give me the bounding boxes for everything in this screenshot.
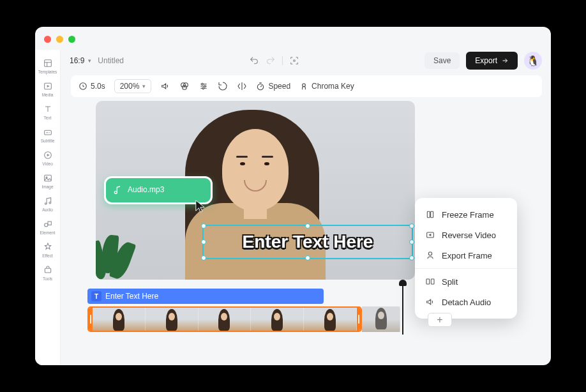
svg-point-23 (183, 86, 187, 90)
resize-handle[interactable] (201, 239, 206, 245)
sidebar-item-text[interactable]: Text (35, 101, 61, 124)
sidebar-item-media[interactable]: Media (35, 78, 61, 101)
topbar: 16:9 ▾ Untitled Save Export 🐧 (61, 50, 551, 72)
plant-decoration (96, 203, 147, 280)
svg-rect-34 (431, 211, 433, 217)
redo-icon[interactable] (266, 56, 276, 66)
sidebar-item-effect[interactable]: Effect (35, 239, 61, 262)
resize-handle[interactable] (409, 223, 414, 229)
music-note-icon (112, 185, 123, 195)
svg-marker-36 (428, 234, 431, 236)
resize-handle[interactable] (409, 255, 414, 260)
aspect-ratio-select[interactable]: 16:9 ▾ (70, 56, 91, 65)
sidebar-item-image[interactable]: Image (35, 170, 61, 193)
zoom-select[interactable]: 200% ▾ (114, 79, 152, 93)
svg-point-28 (204, 86, 206, 87)
svg-rect-12 (44, 175, 51, 181)
save-button[interactable]: Save (424, 52, 460, 69)
video-clip-selected[interactable] (87, 306, 362, 332)
traffic-lights (44, 36, 75, 43)
aspect-ratio-value: 16:9 (70, 56, 84, 65)
sidebar-label: Video (42, 162, 53, 166)
tools-icon (43, 265, 53, 275)
chroma-icon (299, 82, 308, 91)
menu-divider (415, 268, 517, 269)
resize-handle[interactable] (201, 223, 206, 229)
video-clip-unselected[interactable] (362, 306, 400, 332)
sidebar-label: Text (44, 116, 52, 120)
sidebar-label: Templates (38, 70, 57, 74)
svg-rect-0 (44, 60, 51, 67)
adjust-icon[interactable] (199, 81, 209, 91)
chevron-down-icon: ▾ (142, 83, 146, 89)
text-track-icon: T (91, 291, 101, 301)
speed-button[interactable]: Speed (256, 82, 290, 91)
svg-point-37 (428, 252, 432, 255)
sidebar-item-video[interactable]: Video (35, 147, 61, 170)
sidebar-item-subtitle[interactable]: Subtitle (35, 124, 61, 147)
add-clip-button[interactable]: + (428, 313, 452, 327)
flip-icon[interactable] (237, 81, 247, 91)
sidebar-item-tools[interactable]: Tools (35, 262, 61, 285)
menu-item-reverse-video[interactable]: Reverse Video (415, 225, 517, 245)
sidebar-item-element[interactable]: Element (35, 216, 61, 239)
clip-trim-handle-right[interactable] (357, 308, 361, 331)
sidebar-label: Media (42, 93, 54, 97)
timeline-text-track[interactable]: T Enter Text Here (87, 289, 324, 304)
menu-item-detach-audio[interactable]: Detach Audio (415, 292, 517, 312)
sidebar-label: Audio (42, 207, 53, 212)
text-overlay-content[interactable]: Enter Text Here (243, 232, 373, 252)
document-title[interactable]: Untitled (98, 56, 124, 65)
svg-rect-18 (45, 268, 50, 273)
arrow-right-icon (501, 57, 509, 64)
resize-handle[interactable] (305, 223, 310, 229)
resize-handle[interactable] (409, 239, 414, 245)
svg-point-14 (45, 203, 47, 205)
clock-icon (79, 82, 87, 91)
focus-icon[interactable] (289, 56, 299, 66)
undo-icon[interactable] (249, 56, 259, 66)
volume-icon[interactable] (160, 81, 170, 91)
svg-point-22 (184, 83, 188, 87)
templates-icon (43, 58, 53, 68)
time-indicator[interactable]: 5.0s (79, 82, 105, 91)
export-label: Export (475, 56, 497, 65)
video-icon (43, 150, 53, 160)
text-overlay-selection[interactable]: Enter Text Here (202, 225, 413, 259)
export-button[interactable]: Export (466, 52, 518, 70)
resize-handle[interactable] (305, 255, 310, 260)
color-icon[interactable] (179, 81, 190, 91)
chroma-label: Chroma Key (312, 82, 354, 91)
sidebar-label: Image (41, 185, 53, 189)
minimize-window-icon[interactable] (56, 36, 63, 43)
time-value: 5.0s (91, 82, 105, 91)
text-track-label: Enter Text Here (105, 292, 158, 301)
speed-icon (256, 82, 265, 91)
menu-item-export-frame[interactable]: Export Frame (415, 245, 517, 266)
context-menu: Freeze Frame Reverse Video Export Frame … (415, 198, 517, 319)
menu-label: Detach Audio (442, 298, 491, 307)
menu-label: Split (442, 277, 458, 287)
timeline-playhead[interactable] (402, 282, 403, 335)
clip-thumbnails (93, 308, 357, 331)
user-avatar[interactable]: 🐧 (524, 52, 542, 70)
menu-item-freeze-frame[interactable]: Freeze Frame (415, 204, 517, 225)
chevron-down-icon: ▾ (88, 57, 91, 64)
svg-rect-33 (427, 211, 430, 217)
rotate-icon[interactable] (218, 81, 228, 91)
subtitle-icon (43, 127, 53, 137)
chroma-key-button[interactable]: Chroma Key (299, 82, 354, 91)
sidebar-label: Element (40, 230, 56, 235)
canvas-toolbar: 5.0s 200% ▾ Speed Chroma Key (71, 75, 542, 97)
menu-item-split[interactable]: Split (415, 271, 517, 292)
timeline-video-track (87, 306, 400, 332)
sidebar-label: Effect (42, 253, 53, 258)
sidebar-item-audio[interactable]: Audio (35, 193, 61, 216)
split-icon (425, 276, 435, 287)
resize-handle[interactable] (201, 255, 206, 260)
sidebar-item-templates[interactable]: Templates (35, 55, 61, 78)
detach-audio-icon (425, 297, 435, 307)
maximize-window-icon[interactable] (68, 36, 75, 43)
close-window-icon[interactable] (44, 36, 51, 43)
element-icon (43, 219, 53, 229)
